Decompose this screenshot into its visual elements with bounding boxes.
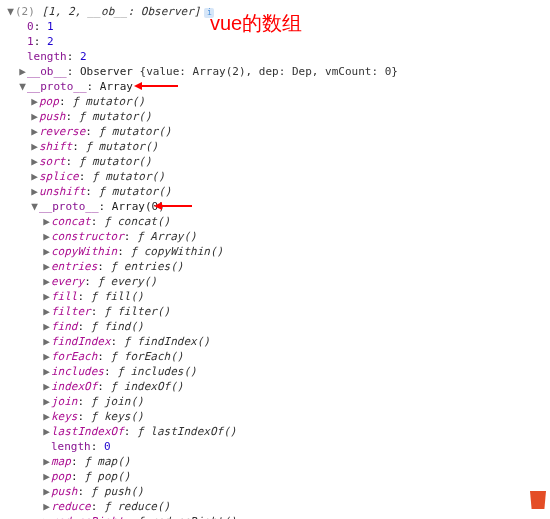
proto2-method-entries[interactable]: ▶entries: ƒ entries() — [4, 259, 546, 274]
proto2-method-find[interactable]: ▶find: ƒ find() — [4, 319, 546, 334]
ob-row[interactable]: ▶__ob__: Observer {value: Array(2), dep:… — [4, 64, 546, 79]
proto2-method-reduceRight[interactable]: ▶reduceRight: ƒ reduceRight() — [4, 514, 546, 519]
proto2-method-forEach[interactable]: ▶forEach: ƒ forEach() — [4, 349, 546, 364]
toggle-icon[interactable]: ▶ — [42, 289, 51, 304]
proto2-method-filter[interactable]: ▶filter: ƒ filter() — [4, 304, 546, 319]
object-tree: ▼(2) [1, 2, __ob__: Observer]i0: 11: 2le… — [4, 4, 546, 519]
proto2-method-keys[interactable]: ▶keys: ƒ keys() — [4, 409, 546, 424]
toggle-icon[interactable]: ▶ — [42, 334, 51, 349]
proto2-length: length: 0 — [4, 439, 546, 454]
toggle-icon[interactable]: ▶ — [42, 484, 51, 499]
toggle-icon[interactable]: ▶ — [30, 139, 39, 154]
toggle-icon[interactable]: ▶ — [42, 424, 51, 439]
toggle-icon[interactable]: ▶ — [42, 469, 51, 484]
proto1-method-shift[interactable]: ▶shift: ƒ mutator() — [4, 139, 546, 154]
proto1-method-pop[interactable]: ▶pop: ƒ mutator() — [4, 94, 546, 109]
proto2-method-lastIndexOf[interactable]: ▶lastIndexOf: ƒ lastIndexOf() — [4, 424, 546, 439]
length-row: length: 2 — [4, 49, 546, 64]
toggle-icon[interactable]: ▶ — [42, 304, 51, 319]
proto2-method-indexOf[interactable]: ▶indexOf: ƒ indexOf() — [4, 379, 546, 394]
proto2-method-constructor[interactable]: ▶constructor: ƒ Array() — [4, 229, 546, 244]
proto1-method-sort[interactable]: ▶sort: ƒ mutator() — [4, 154, 546, 169]
proto1-row[interactable]: ▼__proto__: Array — [4, 79, 546, 94]
toggle-icon[interactable]: ▶ — [42, 259, 51, 274]
toggle-icon[interactable]: ▶ — [18, 64, 27, 79]
toggle-icon[interactable]: ▶ — [42, 379, 51, 394]
proto2-method-findIndex[interactable]: ▶findIndex: ƒ findIndex() — [4, 334, 546, 349]
proto2-method-pop[interactable]: ▶pop: ƒ pop() — [4, 469, 546, 484]
toggle-icon[interactable]: ▶ — [42, 514, 51, 519]
proto2-method-includes[interactable]: ▶includes: ƒ includes() — [4, 364, 546, 379]
idx-0: 0: 1 — [4, 19, 546, 34]
proto2-method-reduce[interactable]: ▶reduce: ƒ reduce() — [4, 499, 546, 514]
toggle-icon[interactable]: ▶ — [42, 394, 51, 409]
toggle-icon[interactable]: ▼ — [30, 199, 39, 214]
toggle-icon[interactable]: ▶ — [30, 184, 39, 199]
toggle-icon[interactable]: ▶ — [30, 169, 39, 184]
idx-1: 1: 2 — [4, 34, 546, 49]
info-icon[interactable]: i — [204, 8, 214, 18]
toggle-icon[interactable]: ▶ — [42, 499, 51, 514]
toggle-icon[interactable]: ▶ — [42, 454, 51, 469]
proto1-method-push[interactable]: ▶push: ƒ mutator() — [4, 109, 546, 124]
proto2-method-copyWithin[interactable]: ▶copyWithin: ƒ copyWithin() — [4, 244, 546, 259]
toggle-icon[interactable]: ▼ — [6, 4, 15, 19]
proto1-method-splice[interactable]: ▶splice: ƒ mutator() — [4, 169, 546, 184]
proto2-method-fill[interactable]: ▶fill: ƒ fill() — [4, 289, 546, 304]
toggle-icon[interactable]: ▶ — [30, 94, 39, 109]
toggle-icon[interactable]: ▶ — [42, 229, 51, 244]
toggle-icon[interactable]: ▶ — [30, 154, 39, 169]
proto2-method-concat[interactable]: ▶concat: ƒ concat() — [4, 214, 546, 229]
proto1-method-reverse[interactable]: ▶reverse: ƒ mutator() — [4, 124, 546, 139]
toggle-icon[interactable]: ▶ — [42, 409, 51, 424]
toggle-icon[interactable]: ▶ — [42, 214, 51, 229]
root-row[interactable]: ▼(2) [1, 2, __ob__: Observer]i — [4, 4, 546, 19]
toggle-icon[interactable]: ▶ — [42, 274, 51, 289]
proto2-method-join[interactable]: ▶join: ƒ join() — [4, 394, 546, 409]
proto2-method-every[interactable]: ▶every: ƒ every() — [4, 274, 546, 289]
toggle-icon[interactable]: ▶ — [42, 349, 51, 364]
toggle-icon[interactable]: ▶ — [30, 109, 39, 124]
html5-icon — [530, 491, 546, 509]
toggle-icon[interactable]: ▶ — [42, 319, 51, 334]
toggle-icon[interactable]: ▼ — [18, 79, 27, 94]
proto2-row[interactable]: ▼__proto__: Array(0) — [4, 199, 546, 214]
proto2-method-push[interactable]: ▶push: ƒ push() — [4, 484, 546, 499]
toggle-icon[interactable]: ▶ — [42, 244, 51, 259]
proto1-method-unshift[interactable]: ▶unshift: ƒ mutator() — [4, 184, 546, 199]
toggle-icon[interactable]: ▶ — [30, 124, 39, 139]
toggle-icon[interactable]: ▶ — [42, 364, 51, 379]
proto2-method-map[interactable]: ▶map: ƒ map() — [4, 454, 546, 469]
